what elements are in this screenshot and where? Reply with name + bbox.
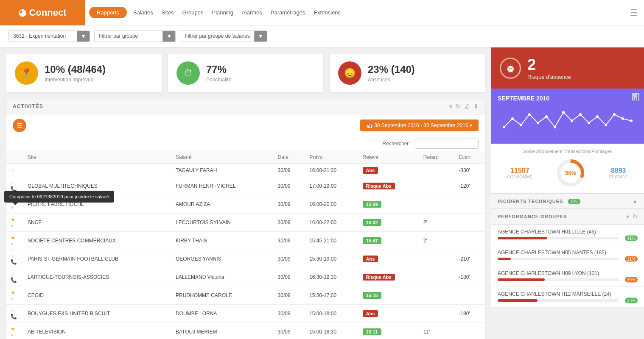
date-range-button[interactable]: 📅 30 Septembre 2016 - 30 Septembre 2016 … (360, 119, 479, 131)
nav-alarmes[interactable]: Alarmes (242, 9, 262, 16)
donut-label: 56% (565, 170, 576, 176)
row-salarie: GEORGES YANNIS (171, 250, 274, 268)
restant-label: RESTANT (609, 175, 628, 179)
svg-point-14 (622, 117, 624, 120)
col-ecart: Ecart (454, 151, 485, 164)
restant-stat: 8893 RESTANT (609, 167, 628, 179)
row-ecart: -180' (454, 268, 485, 286)
phone-icon[interactable]: 📞 (11, 259, 17, 265)
perf-collapse-icon[interactable]: ▾ (626, 213, 629, 220)
perf-group-item: AGENCE CHARLESTOWN H09 LYON (101) 39% (491, 266, 644, 287)
nav-rapports[interactable]: Rapports (89, 7, 127, 18)
row-date: 30/09 (274, 286, 305, 305)
svg-point-7 (562, 111, 565, 114)
perf-bar-container (498, 258, 619, 260)
group-filter-placeholder[interactable]: Filtrer par groupe (95, 31, 162, 42)
incidents-badge: 6% (568, 199, 580, 204)
col-releve: Relevé (358, 151, 419, 164)
nav-planning[interactable]: Planning (212, 9, 234, 16)
star-icon[interactable]: ★ (11, 235, 15, 241)
svg-point-3 (528, 113, 531, 116)
star-icon[interactable]: ★ (11, 326, 15, 332)
logo: ◕ Connect (0, 0, 85, 25)
perf-pct-badge: 11% (625, 256, 638, 262)
row-prevu: 15:30-19:00 (305, 250, 358, 268)
activities-tbody: ★ TAGAULY FARAH 30/09 16:00-21:30 Abs -3… (6, 164, 485, 339)
activities-section: ACTIVITÉS ▾ ↻ 🖨 ⬇ ☰ 📅 30 Septembre 2016 … (6, 99, 485, 339)
print-icon[interactable]: 🖨 (464, 103, 470, 110)
nav-extensions[interactable]: Extensions (314, 9, 341, 16)
search-input[interactable] (415, 139, 479, 149)
row-date: 30/09 (274, 268, 305, 286)
ponctualite-value: 77% (206, 64, 231, 75)
search-label: Rechercher : (382, 141, 412, 147)
nav-sites[interactable]: Sites (162, 9, 174, 16)
menu-toggle-button[interactable]: ☰ (13, 119, 26, 132)
row-retard (419, 164, 455, 177)
company-filter-btn[interactable]: ▼ (77, 31, 90, 42)
salaries-filter-placeholder[interactable]: Filtrer par groupe de salariés (180, 31, 254, 42)
company-filter[interactable]: 3632 - Expérimentation ▼ (8, 31, 90, 42)
sidebar-chart: SEPTEMBRE 2016 📊 (491, 89, 644, 144)
activities-toolbar: ☰ 📅 30 Septembre 2016 - 30 Septembre 201… (6, 114, 485, 136)
star-icon[interactable]: ★ (11, 167, 15, 173)
group-filter-btn[interactable]: ▼ (162, 31, 175, 42)
svg-point-1 (511, 117, 514, 120)
table-row: ★ 📞 BOUYGUES E&S UNITED BISCUIT DOUMBE L… (6, 305, 485, 323)
perf-refresh-icon[interactable]: ↻ (633, 213, 638, 220)
row-site: PARIS ST-GERMAIN FOOTBALL CLUB (23, 250, 171, 268)
star-icon[interactable]: ★ (11, 180, 15, 186)
row-salarie: BATOUJ MERIEM (171, 323, 274, 339)
row-prevu: 15:30-17:00 (305, 286, 358, 305)
nav-salaries[interactable]: Salariés (133, 9, 153, 16)
star-icon[interactable]: ★ (11, 289, 15, 295)
hamburger-icon[interactable]: ☰ (630, 8, 638, 18)
svg-point-9 (579, 113, 582, 116)
kpi-absences: 😞 23% (140) Absences (330, 54, 485, 92)
svg-point-6 (554, 126, 556, 128)
row-site: BOUYGUES E&S UNITED BISCUIT (23, 305, 171, 323)
nav-groupes[interactable]: Groupes (182, 9, 204, 16)
row-salarie: PRUDHOMME CAROLE (171, 286, 274, 305)
svg-point-2 (520, 124, 522, 126)
kpi-intervention: 📍 10% (48/464) Intervention imprévue (6, 54, 162, 92)
refresh-icon[interactable]: ↻ (456, 103, 461, 110)
absence-number: 2 (527, 56, 571, 74)
collapse-icon[interactable]: ▾ (449, 103, 452, 110)
intervention-label: Intervention imprévue (45, 77, 106, 83)
salaries-filter[interactable]: Filtrer par groupe de salariés ▼ (180, 31, 267, 42)
row-ecart: -210' (454, 250, 485, 268)
row-date: 30/09 (274, 177, 305, 195)
svg-point-4 (537, 122, 539, 124)
group-filter[interactable]: Filtrer par groupe ▼ (94, 31, 176, 42)
star-icon[interactable]: ★ (11, 217, 15, 222)
download-icon[interactable]: ⬇ (473, 103, 479, 110)
star-icon[interactable]: ★ (11, 271, 15, 277)
chart-type-icon[interactable]: 📊 (631, 93, 640, 101)
row-icons: ★ ● (6, 323, 23, 339)
phone-icon[interactable]: 📞 (11, 277, 17, 283)
incidents-collapse-icon[interactable]: ▲ (632, 198, 638, 204)
row-site (23, 164, 171, 177)
col-date: Date (274, 151, 305, 164)
row-salarie: LECOURTOIS SYLVAIN (171, 214, 274, 232)
star-icon[interactable]: ★ (11, 253, 15, 259)
perf-pct-badge: 41% (625, 236, 638, 241)
absence-label: Risque d'absence (527, 74, 571, 80)
svg-point-11 (596, 115, 599, 118)
perf-title: PERFORMANCE GROUPES (498, 214, 567, 219)
absences-icon: 😞 (338, 61, 361, 85)
row-retard: 2' (419, 232, 455, 250)
row-releve: 15:47 (358, 232, 419, 250)
salaries-filter-btn[interactable]: ▼ (254, 31, 267, 42)
phone-icon[interactable]: 📞 (11, 314, 17, 320)
row-icons: ★ ● (6, 286, 23, 305)
restant-number: 8893 (609, 167, 628, 175)
row-prevu: 15:00-18:00 (305, 305, 358, 323)
activities-table: Site Salarié Date Prévu Relevé Retard Ec… (6, 151, 485, 339)
row-date: 30/09 (274, 214, 305, 232)
company-filter-value[interactable]: 3632 - Expérimentation (9, 31, 77, 42)
star-icon[interactable]: ★ (11, 308, 15, 314)
nav-parametrages[interactable]: Paramétrages (271, 9, 305, 16)
row-icons: ★ ● (6, 232, 23, 250)
